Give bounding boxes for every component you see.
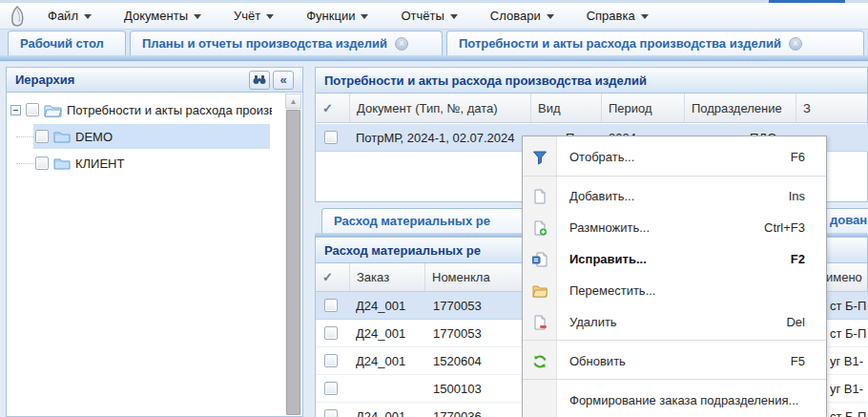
- tree-client-checkbox[interactable]: [35, 156, 49, 170]
- tab-material-consumption-label: Расход материальных ре: [334, 214, 490, 228]
- documents-grid-header: ✓ Документ (Тип, №, дата) Вид Период Под…: [316, 94, 867, 123]
- menu-file[interactable]: Файл: [35, 5, 104, 27]
- menu-functions[interactable]: Функции: [294, 5, 381, 27]
- order-cell: Д24_001: [356, 292, 423, 319]
- order-cell: Д24_001: [356, 403, 423, 417]
- column-extra[interactable]: З: [796, 94, 868, 122]
- menu-help[interactable]: Справка: [574, 5, 661, 27]
- menu-reports-label: Отчёты: [401, 9, 444, 23]
- tab-plans-reports-label: Планы и отчеты производства изделий: [142, 36, 387, 51]
- row-checkbox[interactable]: [324, 131, 338, 144]
- nomenclature-cell: 1500103: [433, 375, 528, 402]
- column-kind[interactable]: Вид: [531, 94, 602, 122]
- documents-panel-header: Потребности и акты расхода производства …: [316, 68, 867, 94]
- tab-requirements-acts[interactable]: Потребности и акты расхода производства …: [446, 31, 864, 55]
- menu-documents-label: Документы: [124, 9, 188, 23]
- name-cell-fragment: уг В1-: [830, 347, 863, 374]
- menu-item-delete[interactable]: Удалить Del: [523, 306, 826, 338]
- tree-root-label: Потребности и акты расхода произв: [67, 103, 272, 117]
- menu-item-filter[interactable]: Отобрать... F6: [523, 141, 826, 173]
- menu-documents[interactable]: Документы: [112, 5, 214, 27]
- menu-reports[interactable]: Отчёты: [388, 5, 469, 27]
- app-logo-icon: [7, 5, 28, 28]
- close-icon[interactable]: ×: [395, 37, 408, 51]
- scroll-up-icon[interactable]: ▲: [285, 94, 301, 109]
- menu-item-refresh[interactable]: Обновить F5: [523, 345, 826, 377]
- tab-equipment-label-fragment: дован: [830, 213, 867, 227]
- menu-item-move[interactable]: Переместить...: [523, 275, 826, 306]
- row-checkbox[interactable]: [324, 382, 338, 395]
- tab-plans-reports[interactable]: Планы и отчеты производства изделий ×: [130, 31, 443, 55]
- tree-demo-checkbox[interactable]: [35, 130, 49, 143]
- menu-item-duplicate[interactable]: Размножить... Ctrl+F3: [523, 212, 826, 243]
- documents-panel-title: Потребности и акты расхода производства …: [324, 73, 647, 88]
- filter-icon: [523, 150, 557, 165]
- tree-root-row[interactable]: Потребности и акты расхода произв: [7, 96, 287, 123]
- menu-dictionaries[interactable]: Словари: [478, 5, 567, 27]
- chevron-down-icon: [361, 14, 368, 19]
- tab-desktop[interactable]: Рабочий стол: [8, 31, 126, 55]
- column-name-partial[interactable]: имено: [826, 263, 867, 291]
- move-folder-icon: [523, 284, 557, 298]
- column-document[interactable]: Документ (Тип, №, дата): [350, 94, 531, 122]
- hierarchy-panel: Потребности и акты расхода произв DEMO К…: [6, 67, 303, 417]
- name-cell-fragment: уг В1-: [830, 375, 863, 402]
- menu-dictionaries-label: Словари: [490, 9, 541, 23]
- order-cell: Д24_001: [356, 320, 423, 346]
- order-cell: [356, 375, 423, 402]
- column-check[interactable]: ✓: [316, 94, 350, 122]
- scrollbar-thumb[interactable]: [286, 110, 300, 415]
- binoculars-icon: [253, 74, 266, 85]
- tree-item-client[interactable]: КЛИЕНТ: [7, 150, 287, 177]
- menu-item-add[interactable]: Добавить... Ins: [523, 180, 826, 212]
- chevron-down-icon: [547, 14, 554, 19]
- tree-root-checkbox[interactable]: [26, 103, 39, 116]
- nomenclature-cell: 1770036: [433, 403, 528, 417]
- delete-page-icon: [523, 315, 557, 330]
- column-check[interactable]: ✓: [316, 263, 350, 291]
- row-checkbox[interactable]: [324, 354, 338, 367]
- row-checkbox[interactable]: [324, 299, 338, 312]
- menu-separator: [523, 379, 826, 380]
- menu-separator: [523, 176, 826, 177]
- column-division[interactable]: Подразделение: [685, 94, 796, 122]
- order-cell: Д24_001: [356, 347, 423, 374]
- row-checkbox[interactable]: [324, 409, 338, 417]
- column-period[interactable]: Период: [602, 94, 685, 122]
- nomenclature-cell: 1770053: [433, 320, 528, 346]
- chevron-down-icon: [194, 14, 201, 19]
- main-menubar: Файл Документы Учёт Функции Отчёты Слова…: [0, 3, 868, 30]
- collapse-panel-button[interactable]: «: [273, 71, 294, 90]
- folder-icon: [53, 130, 71, 143]
- context-menu: Отобрать... F6 Добавить... Ins Размножит…: [522, 136, 827, 417]
- tab-desktop-label: Рабочий стол: [20, 36, 104, 51]
- menu-accounting-label: Учёт: [234, 9, 260, 23]
- menu-item-edit[interactable]: Исправить... F2: [523, 243, 826, 275]
- materials-panel-title: Расход материальных ре: [324, 243, 481, 258]
- document-tabbar: Рабочий стол Планы и отчеты производства…: [0, 30, 868, 55]
- column-order[interactable]: Заказ: [350, 263, 425, 291]
- collapse-expander-icon[interactable]: [10, 105, 21, 115]
- open-folder-icon: [44, 103, 62, 117]
- nomenclature-cell: 1520604: [433, 347, 528, 374]
- hierarchy-panel-title: Иерархия: [15, 73, 74, 87]
- tree-connector: [16, 163, 33, 164]
- chevron-down-icon: [641, 14, 649, 19]
- duplicate-page-icon: [523, 220, 557, 236]
- search-button[interactable]: [249, 71, 270, 90]
- tree-demo-label: DEMO: [75, 130, 113, 144]
- row-checkbox[interactable]: [324, 326, 338, 340]
- tree-client-label: КЛИЕНТ: [75, 156, 124, 171]
- chevron-down-icon: [266, 14, 274, 19]
- chevron-down-icon: [450, 14, 458, 19]
- tree-scrollbar[interactable]: ▲: [285, 94, 301, 415]
- menu-functions-label: Функции: [306, 9, 355, 23]
- tree-item-demo[interactable]: DEMO: [7, 123, 287, 150]
- menu-separator: [523, 340, 826, 341]
- edit-page-icon: [523, 252, 557, 267]
- tab-requirements-acts-label: Потребности и акты расхода производства …: [459, 36, 781, 51]
- close-icon[interactable]: ×: [789, 37, 802, 51]
- tabbar-bottom-strip: [0, 55, 868, 61]
- menu-item-form-division-order[interactable]: Формирование заказа подразделения...: [523, 385, 826, 416]
- menu-accounting[interactable]: Учёт: [221, 5, 286, 27]
